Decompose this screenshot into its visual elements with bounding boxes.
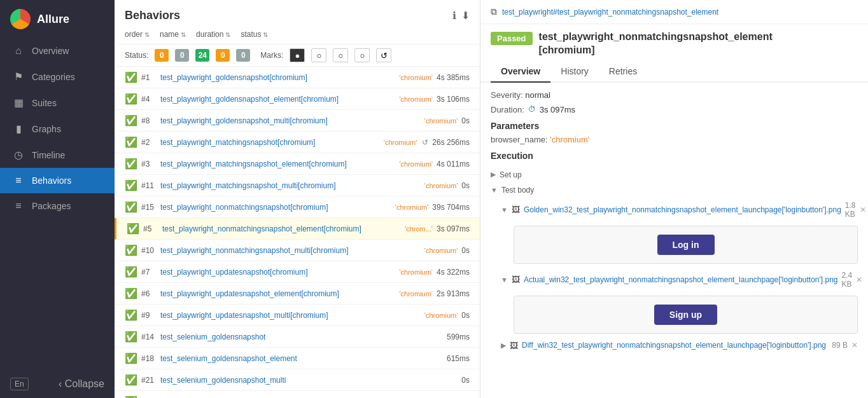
test-num: #14 <box>141 333 157 341</box>
test-duration: 3s 097ms <box>437 224 470 233</box>
tab-overview[interactable]: Overview <box>491 61 550 83</box>
attachment-3-expand-icon: ▶ <box>501 341 506 350</box>
parameters-title: Parameters <box>491 121 858 131</box>
copy-icon[interactable]: ⧉ <box>491 6 497 17</box>
severity-row: Severity: normal <box>491 90 858 100</box>
test-full-title: test_playwright_nonmatchingsnapshot_elem… <box>539 31 773 57</box>
test-item[interactable]: ✅ #7 test_playwright_updatesnapshot[chro… <box>115 261 480 283</box>
test-item[interactable]: ✅ #4 test_playwright_goldensnapshot_elem… <box>115 88 480 110</box>
test-item[interactable]: ✅ #6 test_playwright_updatesnapshot_elem… <box>115 283 480 305</box>
sidebar-item-timeline[interactable]: ◷ Timeline <box>0 142 115 168</box>
sidebar-item-label: Timeline <box>32 150 65 160</box>
param-key: browser_name: <box>491 135 548 144</box>
sidebar-item-packages[interactable]: ≡ Packages <box>0 193 115 219</box>
delete-attachment-1-icon[interactable]: ✕ <box>860 205 866 214</box>
tab-retries[interactable]: Retries <box>599 61 647 83</box>
test-duration: 0s <box>461 116 470 125</box>
attachment-1-size: 1.8 KB <box>845 201 856 219</box>
mark-btn-circle2[interactable]: ○ <box>333 48 348 62</box>
sidebar-item-overview[interactable]: ⌂ Overview <box>0 38 115 64</box>
app-title: Allure <box>37 13 69 26</box>
info-icon[interactable]: ℹ <box>452 10 456 22</box>
sort-duration[interactable]: duration ⇅ <box>196 30 230 39</box>
mark-btn-filled[interactable]: ● <box>290 48 305 62</box>
attachment-3[interactable]: ▶ 🖼 Diff_win32_test_playwright_nonmatchi… <box>501 338 858 353</box>
attachment-1-preview: Log in <box>514 226 858 264</box>
test-body-item[interactable]: ▼ Test body <box>491 182 858 198</box>
test-item[interactable]: ✅ #18 test_selenium_goldensnapshot_eleme… <box>115 348 480 369</box>
signup-button-preview: Sign up <box>654 305 717 325</box>
test-name: test_selenium_goldensnapshot_element <box>160 354 443 363</box>
sort-order-arrows: ⇅ <box>144 31 150 38</box>
test-num: #6 <box>141 289 157 298</box>
duration-value: 3s 097ms <box>540 105 575 114</box>
tab-history[interactable]: History <box>550 61 599 83</box>
collapse-button[interactable]: ‹ Collapse <box>59 378 104 390</box>
sidebar-item-label: Categories <box>32 72 75 82</box>
sort-row: order ⇅ name ⇅ duration ⇅ status ⇅ <box>115 27 480 45</box>
filter-row: Status: 0 0 24 0 0 Marks: ● ○ ○ ○ ↺ <box>115 45 480 67</box>
test-item[interactable]: ✅ #11 test_playwright_matchingsnapshot_m… <box>115 175 480 196</box>
test-tag: 'chromium' <box>399 268 433 276</box>
test-item[interactable]: ✅ #3 test_playwright_matchingsnapshot_el… <box>115 153 480 175</box>
attachment-2-preview: Sign up <box>514 296 858 334</box>
test-item[interactable]: ✅ #9 test_playwright_updatesnapshot_mult… <box>115 305 480 326</box>
collapse-icon: ▼ <box>491 186 498 194</box>
test-item[interactable]: ✅ #5 test_playwright_nonmatchingsnapshot… <box>115 218 480 240</box>
test-item[interactable]: ✅ #1 test_playwright_goldensnapshot[chro… <box>115 67 480 88</box>
test-num: #9 <box>141 311 157 320</box>
attachment-2[interactable]: ▼ 🖼 Actual_win32_test_playwright_nonmatc… <box>501 268 858 292</box>
duration-label: Duration: <box>491 105 524 114</box>
test-num: #5 <box>143 224 158 233</box>
sort-order[interactable]: order ⇅ <box>125 30 150 39</box>
attachment-2-name[interactable]: Actual_win32_test_playwright_nonmatching… <box>524 275 838 284</box>
test-name: test_playwright_matchingsnapshot_multi[c… <box>160 181 418 190</box>
sidebar: Allure ⌂ Overview ⚑ Categories ▦ Suites … <box>0 0 115 398</box>
mark-btn-circle3[interactable]: ○ <box>354 48 370 62</box>
bar-chart-icon: ▮ <box>13 123 24 135</box>
delete-attachment-2-icon[interactable]: ✕ <box>856 275 862 284</box>
test-tag: 'chromium' <box>424 117 458 125</box>
sidebar-item-categories[interactable]: ⚑ Categories <box>0 64 115 90</box>
test-num: #18 <box>141 354 157 363</box>
setup-label: Set up <box>500 170 522 179</box>
sidebar-item-suites[interactable]: ▦ Suites <box>0 90 115 116</box>
test-num: #4 <box>141 95 157 104</box>
test-item[interactable]: ✅ #10 test_playwright_nonmatchingsnapsho… <box>115 240 480 261</box>
test-item[interactable]: ✅ #2 test_playwright_matchingsnapshot[ch… <box>115 132 480 153</box>
attachment-2-size: 2.4 KB <box>842 271 853 289</box>
test-name: test_playwright_nonmatchingsnapshot[chro… <box>160 203 389 212</box>
test-item[interactable]: ✅ #8 test_playwright_goldensnapshot_mult… <box>115 110 480 132</box>
badge-failed[interactable]: 0 <box>155 49 169 62</box>
attachment-1[interactable]: ▼ 🖼 Golden_win32_test_playwright_nonmatc… <box>501 198 858 222</box>
badge-broken[interactable]: 0 <box>175 49 189 62</box>
download-icon[interactable]: ⬇ <box>461 10 470 22</box>
marks-filter-label: Marks: <box>260 51 283 60</box>
setup-item[interactable]: ▶ Set up <box>491 167 858 182</box>
attachment-1-name[interactable]: Golden_win32_test_playwright_nonmatching… <box>524 205 841 214</box>
badge-unknown[interactable]: 0 <box>236 49 250 62</box>
mark-btn-retry[interactable]: ↺ <box>376 48 391 62</box>
test-item[interactable]: ✅ #14 test_selenium_goldensnapshot 599ms <box>115 326 480 348</box>
sort-status[interactable]: status ⇅ <box>241 30 268 39</box>
sidebar-item-behaviors[interactable]: ≡ Behaviors <box>0 168 115 193</box>
sidebar-item-label: Overview <box>32 46 69 56</box>
panel-title: Behaviors <box>125 9 180 22</box>
pass-icon: ✅ <box>125 374 137 386</box>
language-badge[interactable]: En <box>10 378 29 390</box>
pass-icon: ✅ <box>125 244 137 256</box>
tabs-row: Overview History Retries <box>480 61 868 83</box>
badge-passed[interactable]: 24 <box>195 49 209 62</box>
sidebar-item-graphs[interactable]: ▮ Graphs <box>0 116 115 142</box>
sort-name[interactable]: name ⇅ <box>160 30 186 39</box>
right-panel-header: ⧉ test_playwright#test_playwright_nonmat… <box>480 0 868 24</box>
test-item[interactable]: ✅ #12 test_selenium_matchingsnapshot 4s … <box>115 391 480 398</box>
badge-skipped[interactable]: 0 <box>216 49 230 62</box>
mark-btn-circle1[interactable]: ○ <box>311 48 326 62</box>
attachment-3-name[interactable]: Diff_win32_test_playwright_nonmatchingsn… <box>522 341 828 350</box>
test-item[interactable]: ✅ #21 test_selenium_goldensnapshot_multi… <box>115 369 480 391</box>
duration-row: Duration: ⏱ 3s 097ms <box>491 105 858 114</box>
image-icon-3: 🖼 <box>510 341 518 350</box>
test-item[interactable]: ✅ #15 test_playwright_nonmatchingsnapsho… <box>115 196 480 218</box>
delete-attachment-3-icon[interactable]: ✕ <box>851 341 858 350</box>
